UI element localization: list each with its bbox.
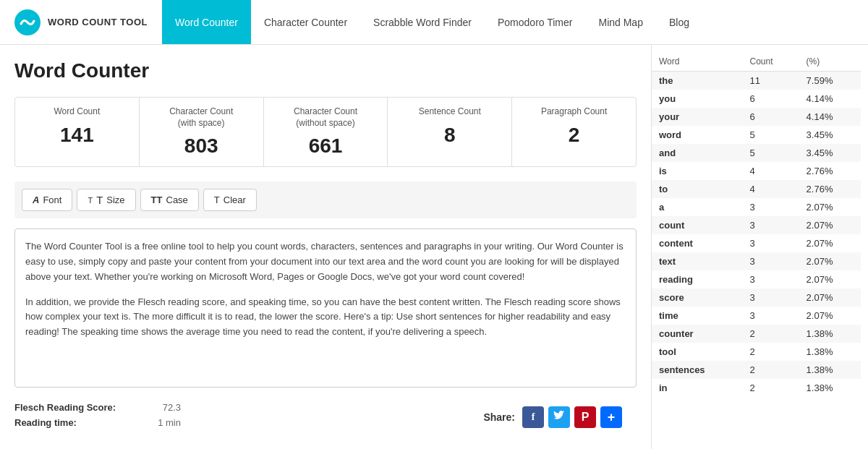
reading-time-row: Reading time: 1 min xyxy=(14,417,181,428)
nav-blog[interactable]: Blog xyxy=(656,0,702,44)
right-panel: Word Count (%) the117.59%you64.14%your64… xyxy=(651,45,861,449)
size-icon: T xyxy=(88,196,93,205)
share-twitter-button[interactable] xyxy=(548,406,570,428)
freq-cell-count-3: 5 xyxy=(742,126,799,144)
main-nav: Word Counter Character Counter Scrabble … xyxy=(162,0,702,44)
freq-cell-pct-4: 3.45% xyxy=(799,144,861,162)
freq-cell-pct-8: 2.07% xyxy=(799,216,861,234)
stat-char-nospace-label: Character Count(without space) xyxy=(271,106,380,129)
bottom-stats: Flesch Reading Score: 72.3 Reading time:… xyxy=(14,399,181,435)
logo-icon xyxy=(14,9,41,35)
stat-sentence-value: 8 xyxy=(395,124,504,147)
freq-cell-word-9: content xyxy=(652,234,742,252)
freq-cell-word-2: your xyxy=(652,108,742,126)
freq-cell-pct-7: 2.07% xyxy=(799,198,861,216)
freq-cell-count-15: 2 xyxy=(742,343,799,361)
table-row: and53.45% xyxy=(652,144,861,162)
table-row: time32.07% xyxy=(652,307,861,325)
freq-cell-pct-17: 1.38% xyxy=(799,379,861,397)
freq-cell-count-9: 3 xyxy=(742,234,799,252)
freq-cell-count-1: 6 xyxy=(742,90,799,108)
freq-cell-word-10: text xyxy=(652,252,742,270)
share-facebook-button[interactable]: f xyxy=(522,406,544,428)
stat-paragraph: Paragraph Count 2 xyxy=(512,98,636,166)
freq-cell-word-8: count xyxy=(652,216,742,234)
stat-char-space: Character Count(with space) 803 xyxy=(140,98,264,166)
freq-cell-pct-3: 3.45% xyxy=(799,126,861,144)
freq-cell-word-4: and xyxy=(652,144,742,162)
table-row: text32.07% xyxy=(652,252,861,270)
clear-button[interactable]: T Clear xyxy=(203,189,257,211)
freq-header-word: Word xyxy=(652,52,742,72)
text-paragraph-1: The Word Counter Tool is a free online t… xyxy=(25,239,626,284)
clear-label: Clear xyxy=(224,194,246,205)
freq-header-count: Count xyxy=(742,52,799,72)
freq-cell-pct-6: 2.76% xyxy=(799,180,861,198)
stat-word-count-value: 141 xyxy=(22,124,132,147)
freq-table-body: the117.59%you64.14%your64.14%word53.45%a… xyxy=(652,72,861,398)
stat-paragraph-value: 2 xyxy=(519,124,629,147)
font-button[interactable]: A Font xyxy=(22,189,72,211)
table-row: a32.07% xyxy=(652,198,861,216)
table-row: to42.76% xyxy=(652,180,861,198)
main-layout: Word Counter Word Count 141 Character Co… xyxy=(0,45,868,449)
freq-cell-word-6: to xyxy=(652,180,742,198)
freq-cell-word-1: you xyxy=(652,90,742,108)
twitter-icon xyxy=(553,411,565,424)
pinterest-icon: P xyxy=(582,411,590,424)
table-row: tool21.38% xyxy=(652,343,861,361)
size-button[interactable]: TT Size xyxy=(77,189,135,211)
table-row: sentences21.38% xyxy=(652,361,861,379)
freq-cell-count-2: 6 xyxy=(742,108,799,126)
logo-text: WORD COUNT TOOL xyxy=(48,17,148,27)
freq-cell-word-11: reading xyxy=(652,270,742,288)
freq-cell-word-15: tool xyxy=(652,343,742,361)
share-pinterest-button[interactable]: P xyxy=(574,406,596,428)
header: WORD COUNT TOOL Word Counter Character C… xyxy=(0,0,868,45)
freq-cell-word-17: in xyxy=(652,379,742,397)
freq-cell-count-14: 2 xyxy=(742,325,799,343)
freq-cell-word-5: is xyxy=(652,162,742,180)
toolbar: A Font TT Size TT Case T Clear xyxy=(14,181,637,218)
freq-cell-pct-13: 2.07% xyxy=(799,307,861,325)
plus-icon: + xyxy=(608,410,616,425)
freq-cell-count-12: 3 xyxy=(742,288,799,307)
table-row: the117.59% xyxy=(652,72,861,90)
flesch-row: Flesch Reading Score: 72.3 xyxy=(14,402,181,413)
case-button[interactable]: TT Case xyxy=(140,189,199,211)
stat-paragraph-label: Paragraph Count xyxy=(519,106,629,118)
stat-word-count-label: Word Count xyxy=(22,106,132,118)
freq-header-pct: (%) xyxy=(799,52,861,72)
text-content-area[interactable]: The Word Counter Tool is a free online t… xyxy=(14,228,637,388)
freq-cell-word-16: sentences xyxy=(652,361,742,379)
stats-row: Word Count 141 Character Count(with spac… xyxy=(14,97,637,167)
table-row: your64.14% xyxy=(652,108,861,126)
nav-word-counter[interactable]: Word Counter xyxy=(162,0,251,44)
nav-pomodoro[interactable]: Pomodoro Timer xyxy=(485,0,585,44)
table-row: count32.07% xyxy=(652,216,861,234)
text-paragraph-2: In addition, we provide the Flesch readi… xyxy=(25,295,626,340)
font-label: Font xyxy=(43,194,61,205)
table-row: word53.45% xyxy=(652,126,861,144)
flesch-value: 72.3 xyxy=(145,402,181,413)
freq-cell-word-7: a xyxy=(652,198,742,216)
freq-cell-pct-5: 2.76% xyxy=(799,162,861,180)
nav-mindmap[interactable]: Mind Map xyxy=(585,0,655,44)
facebook-icon: f xyxy=(532,411,535,423)
stat-sentence: Sentence Count 8 xyxy=(388,98,512,166)
size-icon2: T xyxy=(96,194,103,206)
reading-time-value: 1 min xyxy=(145,417,181,428)
reading-time-label: Reading time: xyxy=(14,417,130,428)
share-plus-button[interactable]: + xyxy=(600,406,622,428)
nav-scrabble[interactable]: Scrabble Word Finder xyxy=(360,0,485,44)
stat-word-count: Word Count 141 xyxy=(15,98,140,166)
freq-cell-word-13: time xyxy=(652,307,742,325)
nav-character-counter[interactable]: Character Counter xyxy=(251,0,360,44)
freq-cell-word-0: the xyxy=(652,72,742,90)
table-row: reading32.07% xyxy=(652,270,861,288)
stat-char-nospace: Character Count(without space) 661 xyxy=(264,98,388,166)
table-row: counter21.38% xyxy=(652,325,861,343)
stat-char-space-label: Character Count(with space) xyxy=(147,106,256,129)
freq-cell-pct-0: 7.59% xyxy=(799,72,861,90)
logo-area: WORD COUNT TOOL xyxy=(0,9,162,35)
